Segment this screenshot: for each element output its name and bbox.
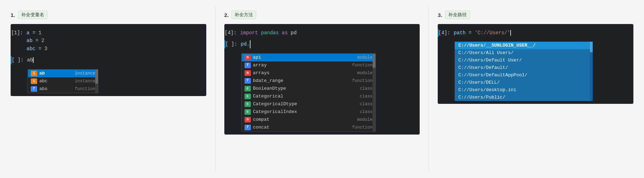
section-2-title: 2. 补全方法: [224, 11, 420, 19]
autocomplete-2-thumb: [373, 54, 375, 68]
section-2-label: 补全方法: [231, 11, 256, 19]
ac-type-abc: instance: [75, 79, 95, 84]
ac-type-abs: function: [75, 87, 95, 91]
ac-type-compat: module: [357, 117, 372, 122]
ac-type-api: module: [357, 55, 372, 60]
ac-icon-i-ab: i: [31, 71, 37, 76]
ac-item-array[interactable]: f array function: [242, 61, 375, 69]
path-item-allusers[interactable]: C://Users/All Users/: [455, 49, 593, 57]
ac-icon-c-booleandtype: c: [245, 86, 251, 91]
autocomplete-1-scrollbar[interactable]: [95, 70, 98, 93]
autocomplete-1-thumb: [95, 70, 98, 84]
editor-content-3: [4]: path = 'C://Users/': [438, 24, 633, 42]
ac-type-bdate: function: [352, 78, 373, 83]
ac-name-abs: abs: [39, 86, 72, 91]
input-prefix-3: [4]:: [438, 29, 454, 37]
path-item-dell[interactable]: C://Users/DELL/: [455, 79, 593, 86]
editor-panel-2: [4]: import pandas as pd [ ]: pd. m: [224, 24, 420, 135]
ac-item-categorical[interactable]: c Categorical class: [242, 93, 375, 100]
input-line-3: [4]: path = 'C://Users/': [438, 29, 629, 37]
editor-panel-3: [4]: path = 'C://Users/' C://Users/__SUN…: [438, 24, 633, 104]
path-item-defaultuser[interactable]: C://Users/Default User/: [455, 57, 593, 64]
ac-type-array: function: [352, 63, 373, 68]
import-prefix: [4]:: [224, 29, 240, 37]
editor-panel-1: [1]: a = 1 ab = 2 abc =: [11, 24, 206, 96]
code-line-2-text: ab = 2: [27, 37, 44, 44]
input-line-2: [ ]: pd.: [224, 40, 416, 48]
section-3-title: 3. 补全路径: [438, 11, 633, 19]
ac-icon-c-categoricalindex: c: [245, 109, 251, 115]
code-line-1-text: a = 1: [27, 29, 41, 37]
ac-name-categoricaldtype: CategoricalDtype: [253, 101, 357, 107]
section-3: 3. 补全路径 [4]: path = 'C://Users/' C://Use…: [431, 7, 640, 171]
ac-type-concat: function: [352, 125, 373, 130]
editor-content-2: [4]: import pandas as pd [ ]: pd.: [224, 24, 420, 53]
section-1-title: 1. 补全变量名: [11, 11, 206, 19]
ac-type-categoricalindex: class: [360, 109, 373, 114]
editor-content-1: [1]: a = 1 ab = 2 abc =: [11, 24, 206, 69]
line-prefix-1: [1]:: [11, 29, 27, 37]
autocomplete-1: i ab instance i abc instance f abs funct…: [28, 69, 98, 93]
ac-name-categorical: Categorical: [253, 94, 357, 99]
path-item-default[interactable]: C://Users/Default/: [455, 64, 593, 71]
section-3-number: 3.: [438, 12, 442, 18]
ac-item-abs[interactable]: f abs function: [28, 85, 98, 93]
section-1: 1. 补全变量名 [1]: a = 1 ab = 2: [4, 7, 213, 171]
ac-item-compat[interactable]: m compat module: [242, 116, 375, 124]
ac-name-api: api: [253, 55, 355, 60]
path-item-sunlogin[interactable]: C://Users/__SUNLOGIN_USER__/: [455, 42, 593, 49]
ac-item-abc[interactable]: i abc instance: [28, 77, 98, 85]
path-item-defaultapppool[interactable]: C://Users/DefaultAppPool/: [455, 71, 593, 79]
ac-item-categoricaldtype[interactable]: c CategoricalDtype class: [242, 100, 375, 108]
section-2-number: 2.: [224, 12, 229, 18]
ac-item-concat[interactable]: f concat function: [242, 124, 375, 131]
ac-type-booleandtype: class: [360, 86, 373, 91]
ac-icon-f-concat: f: [245, 125, 251, 130]
ac-icon-f-abs: f: [31, 86, 37, 92]
path-item-desktopini[interactable]: C://Users/desktop.ini: [455, 86, 593, 94]
ac-type-arrays: module: [357, 71, 372, 76]
ac-icon-m-compat: m: [245, 117, 251, 123]
autocomplete-3-thumb: [590, 42, 593, 52]
code-line-3-text: abc = 3: [27, 45, 47, 53]
ac-item-booleandtype[interactable]: c BooleanDtype class: [242, 85, 375, 93]
input-prefix-1: [ ]:: [11, 56, 27, 64]
ac-icon-f-array: f: [245, 63, 251, 68]
ac-item-bdate-range[interactable]: f bdate_range function: [242, 77, 375, 85]
ac-item-ab[interactable]: i ab instance: [28, 70, 98, 77]
ac-icon-c-categoricaldtype: c: [245, 101, 251, 107]
code-line-2: ab = 2: [11, 37, 202, 44]
ac-name-array: array: [253, 63, 349, 68]
ac-item-categoricalindex[interactable]: c CategoricalIndex class: [242, 108, 375, 116]
ac-type-categorical: class: [360, 94, 373, 99]
ac-type-ab: instance: [75, 71, 95, 76]
ac-item-arrays[interactable]: m arrays module: [242, 69, 375, 77]
ac-name-ab: ab: [39, 71, 72, 76]
section-1-number: 1.: [11, 12, 15, 18]
ac-name-booleandtype: BooleanDtype: [253, 86, 357, 91]
ac-icon-m-api: m: [245, 55, 251, 60]
import-code: import pandas as pd: [240, 29, 297, 37]
ac-icon-i-abc: i: [31, 78, 37, 84]
code-line-1: [1]: a = 1: [11, 29, 202, 37]
ac-icon-m-arrays: m: [245, 70, 251, 76]
code-line-3: abc = 3: [11, 45, 202, 53]
path-item-public[interactable]: C://Users/Public/: [455, 94, 593, 101]
ac-name-concat: concat: [253, 125, 349, 130]
ac-icon-c-categorical: c: [245, 94, 251, 99]
ac-name-abc: abc: [39, 78, 72, 84]
divider-2: [429, 7, 429, 171]
autocomplete-3-scrollbar[interactable]: [590, 42, 593, 101]
input-line-1: [ ]: ab: [11, 56, 202, 64]
ac-type-categoricaldtype: class: [360, 102, 373, 107]
ac-item-api[interactable]: m api module: [242, 54, 375, 61]
divider-1: [215, 7, 215, 171]
path-code: path = 'C://Users/': [454, 29, 514, 37]
section-2: 2. 补全方法 [4]: import pandas as pd [ ]:: [217, 7, 427, 171]
ac-icon-f-bdate: f: [245, 78, 251, 84]
input-prefix-2: [ ]:: [224, 40, 241, 48]
section-1-label: 补全变量名: [18, 11, 47, 19]
section-3-label: 补全路径: [445, 11, 470, 19]
ac-name-categoricalindex: CategoricalIndex: [253, 109, 357, 114]
autocomplete-2-scrollbar[interactable]: [373, 54, 375, 131]
